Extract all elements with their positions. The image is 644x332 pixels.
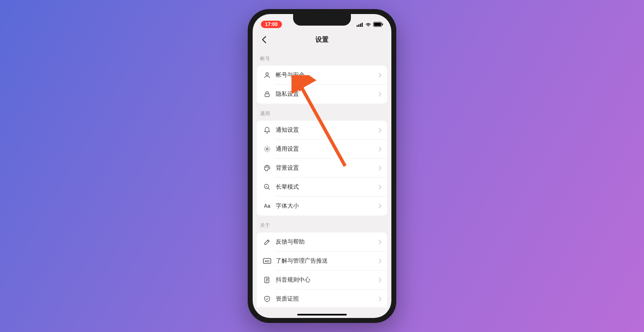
svg-point-9 xyxy=(266,148,268,150)
svg-rect-0 xyxy=(357,25,358,27)
chevron-right-icon xyxy=(379,147,381,152)
cellular-icon xyxy=(357,22,363,27)
svg-rect-6 xyxy=(382,24,383,26)
chevron-right-icon xyxy=(379,258,381,263)
gear-icon xyxy=(263,145,272,154)
svg-rect-8 xyxy=(265,94,270,97)
chevron-right-icon xyxy=(379,204,381,209)
svg-point-7 xyxy=(266,73,268,75)
section-header-general: 通用 xyxy=(257,104,387,121)
phone-notch xyxy=(293,14,351,26)
section-card-account: 帐号与安全 隐私设置 xyxy=(257,66,387,104)
text-aa-icon: Aa xyxy=(263,203,272,209)
settings-content[interactable]: 帐号 帐号与安全 隐私设置 xyxy=(253,49,391,307)
svg-rect-1 xyxy=(358,24,360,27)
row-label: 抖音规则中心 xyxy=(276,276,379,284)
row-label: 字体大小 xyxy=(276,202,379,210)
chevron-right-icon xyxy=(379,296,381,301)
home-indicator[interactable] xyxy=(297,314,347,315)
svg-rect-5 xyxy=(374,23,381,26)
row-privacy-settings[interactable]: 隐私设置 xyxy=(257,85,387,104)
palette-icon xyxy=(263,164,272,173)
row-label: 通用设置 xyxy=(276,145,379,153)
row-font-size[interactable]: Aa 字体大小 xyxy=(257,197,387,216)
chevron-right-icon xyxy=(379,277,381,282)
chevron-right-icon xyxy=(379,166,381,171)
chevron-right-icon xyxy=(379,92,381,97)
section-card-about: 反馈与帮助 AD 了解与管理广告推送 抖音规则中心 xyxy=(257,232,387,307)
bell-icon xyxy=(263,126,272,135)
section-header-account: 帐号 xyxy=(257,49,387,66)
svg-rect-3 xyxy=(362,23,363,27)
chevron-right-icon xyxy=(379,73,381,78)
rules-icon xyxy=(263,275,272,285)
row-label: 资质证照 xyxy=(276,295,379,303)
nav-bar: 设置 xyxy=(253,31,391,49)
row-notification-settings[interactable]: 通知设置 xyxy=(257,121,387,140)
chevron-left-icon xyxy=(262,36,266,43)
svg-text:A: A xyxy=(265,185,268,188)
row-elder-mode[interactable]: A 长辈模式 xyxy=(257,178,387,197)
row-label: 长辈模式 xyxy=(276,183,379,191)
ad-icon: AD xyxy=(263,256,272,266)
phone-frame: 17:00 设置 帐号 xyxy=(248,9,396,323)
row-label: 反馈与帮助 xyxy=(276,238,379,246)
pencil-icon xyxy=(263,237,272,247)
row-rules-center[interactable]: 抖音规则中心 xyxy=(257,270,387,289)
row-label: 帐号与安全 xyxy=(276,71,379,79)
lock-icon xyxy=(263,90,272,99)
wifi-icon xyxy=(365,22,372,27)
phone-screen: 17:00 设置 帐号 xyxy=(253,14,391,318)
status-icons xyxy=(357,22,383,27)
row-label: 隐私设置 xyxy=(276,90,379,98)
row-label: 背景设置 xyxy=(276,164,379,172)
chevron-right-icon xyxy=(379,185,381,190)
battery-icon xyxy=(373,22,383,27)
status-time-pill: 17:00 xyxy=(261,21,282,28)
row-ad-management[interactable]: AD 了解与管理广告推送 xyxy=(257,251,387,270)
user-icon xyxy=(263,71,272,80)
row-feedback-help[interactable]: 反馈与帮助 xyxy=(257,232,387,251)
svg-point-12 xyxy=(268,167,269,168)
page-title: 设置 xyxy=(315,36,329,44)
row-label: 了解与管理广告推送 xyxy=(276,257,379,265)
chevron-right-icon xyxy=(379,128,381,133)
row-account-security[interactable]: 帐号与安全 xyxy=(257,66,387,85)
svg-point-11 xyxy=(267,166,268,167)
back-button[interactable] xyxy=(258,33,270,46)
shield-icon xyxy=(263,294,272,304)
section-header-about: 关于 xyxy=(257,216,387,232)
chevron-right-icon xyxy=(379,240,381,244)
svg-rect-2 xyxy=(360,24,361,27)
row-general-settings[interactable]: 通用设置 xyxy=(257,140,387,159)
svg-point-10 xyxy=(265,167,266,168)
row-qualifications[interactable]: 资质证照 xyxy=(257,289,387,307)
section-card-general: 通知设置 通用设置 背景设置 xyxy=(257,121,387,216)
magnify-a-icon: A xyxy=(263,183,272,192)
row-label: 通知设置 xyxy=(276,126,379,134)
row-background-settings[interactable]: 背景设置 xyxy=(257,159,387,178)
